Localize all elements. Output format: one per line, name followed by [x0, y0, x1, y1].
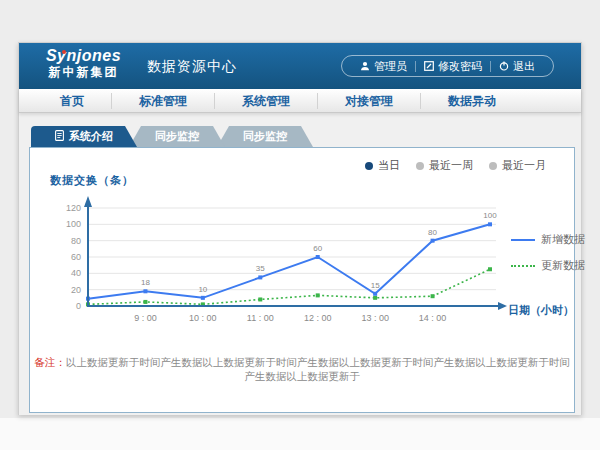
radio-dot-icon: [489, 162, 497, 170]
power-icon: [499, 61, 509, 71]
footnote-text: 以上数据更新于时间产生数据以上数据更新于时间产生数据以上数据更新于时间产生数据以…: [66, 356, 570, 382]
nav-item-data-changes[interactable]: 数据异动: [421, 93, 523, 109]
nav-item-integration[interactable]: 对接管理: [318, 93, 421, 109]
brand-logo: Synjones 新中新集团: [36, 47, 131, 79]
svg-text:20: 20: [71, 285, 81, 295]
main-nav: 首页 标准管理 系统管理 对接管理 数据异动: [19, 89, 581, 113]
svg-text:80: 80: [71, 236, 81, 246]
radio-last-week[interactable]: 最近一周: [416, 158, 473, 173]
document-icon: [55, 130, 64, 143]
logo-accent-dot: [62, 50, 66, 54]
svg-text:9 : 00: 9 : 00: [134, 313, 157, 323]
change-password-button[interactable]: 修改密码: [416, 59, 490, 74]
logout-label: 退出: [513, 59, 535, 74]
tab-label: 系统介绍: [69, 129, 113, 144]
radio-label: 最近一周: [429, 158, 473, 173]
svg-text:60: 60: [313, 244, 322, 253]
user-icon: [360, 61, 370, 71]
svg-text:14 : 00: 14 : 00: [419, 313, 447, 323]
svg-text:40: 40: [71, 268, 81, 278]
x-axis-label: 日期（小时）: [508, 303, 574, 318]
svg-text:60: 60: [71, 252, 81, 262]
radio-today[interactable]: 当日: [365, 158, 400, 173]
svg-text:18: 18: [141, 278, 150, 287]
svg-text:120: 120: [66, 203, 81, 213]
legend-item-updated-data: 更新数据: [511, 258, 585, 273]
svg-text:11 : 00: 11 : 00: [247, 313, 274, 323]
edit-icon: [424, 61, 434, 71]
user-name: 管理员: [374, 59, 407, 74]
svg-text:100: 100: [483, 211, 497, 220]
radio-dot-icon: [416, 162, 424, 170]
radio-dot-icon: [365, 162, 373, 170]
svg-text:35: 35: [256, 264, 265, 273]
nav-item-system[interactable]: 系统管理: [215, 93, 318, 109]
tab-sync-monitor-2[interactable]: 同步监控: [217, 126, 313, 147]
legend-line-solid-icon: [511, 239, 535, 241]
chart-legend: 新增数据 更新数据: [511, 232, 585, 273]
tab-bar: 系统介绍 同步监控 同步监控: [31, 126, 313, 147]
logout-button[interactable]: 退出: [491, 59, 543, 74]
legend-item-new-data: 新增数据: [511, 232, 585, 247]
user-menu[interactable]: 管理员: [352, 59, 415, 74]
svg-text:13 : 00: 13 : 00: [361, 313, 389, 323]
radio-label: 最近一月: [502, 158, 546, 173]
nav-item-standards[interactable]: 标准管理: [112, 93, 215, 109]
time-range-filter: 当日 最近一周 最近一月: [365, 158, 546, 173]
content-area: 系统介绍 同步监控 同步监控 当日 最近一周: [19, 113, 581, 415]
app-header: Synjones 新中新集团 数据资源中心 管理员 修改密码 退出: [19, 43, 581, 89]
svg-text:100: 100: [66, 219, 81, 229]
svg-text:10 : 00: 10 : 00: [189, 313, 217, 323]
tab-sync-monitor-1[interactable]: 同步监控: [129, 126, 225, 147]
app-title: 数据资源中心: [147, 58, 237, 76]
y-axis-label: 数据交换（条）: [50, 173, 134, 188]
nav-item-home[interactable]: 首页: [33, 93, 112, 109]
legend-line-dotted-icon: [511, 265, 535, 267]
logo-text-en: Synjones: [36, 47, 131, 65]
radio-last-month[interactable]: 最近一月: [489, 158, 546, 173]
radio-label: 当日: [378, 158, 400, 173]
footnote-label: 备注：: [34, 356, 66, 368]
svg-text:12 : 00: 12 : 00: [304, 313, 332, 323]
user-toolbar: 管理员 修改密码 退出: [341, 55, 554, 77]
chart-panel: 当日 最近一周 最近一月 数据交换（条） 0204060801001209 : …: [29, 147, 575, 413]
tab-system-intro[interactable]: 系统介绍: [31, 126, 137, 147]
svg-text:0: 0: [76, 301, 81, 311]
footnote: 备注：以上数据更新于时间产生数据以上数据更新于时间产生数据以上数据更新于时间产生…: [30, 356, 574, 384]
logo-text-cn: 新中新集团: [36, 65, 131, 79]
svg-text:15: 15: [371, 281, 380, 290]
app-window: Synjones 新中新集团 数据资源中心 管理员 修改密码 退出 首页 标准管…: [18, 42, 582, 415]
svg-text:80: 80: [428, 228, 437, 237]
tab-label: 同步监控: [155, 129, 199, 144]
tab-label: 同步监控: [243, 129, 287, 144]
legend-label: 更新数据: [541, 258, 585, 273]
svg-text:10: 10: [198, 285, 207, 294]
line-chart: 0204060801001209 : 0010 : 0011 : 0012 : …: [46, 188, 516, 338]
change-password-label: 修改密码: [438, 59, 482, 74]
legend-label: 新增数据: [541, 232, 585, 247]
